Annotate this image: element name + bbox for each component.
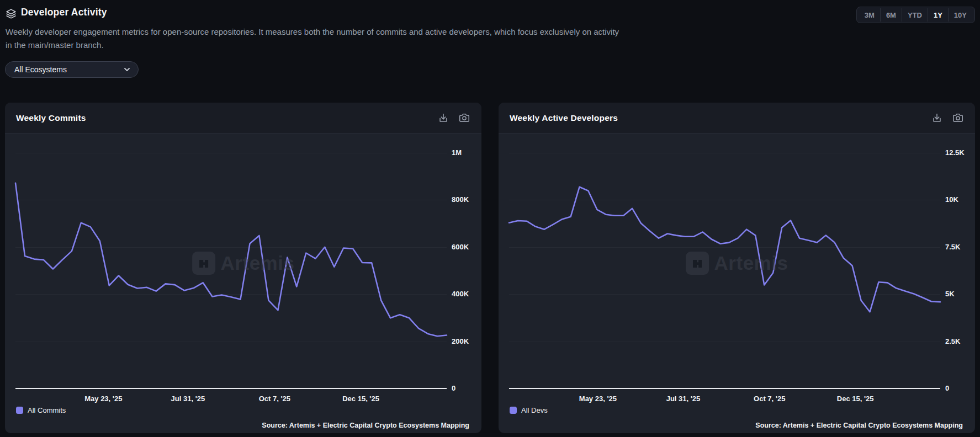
- y-axis-tick-label: 200K: [452, 337, 469, 346]
- ecosystem-dropdown-value: All Ecosystems: [14, 65, 123, 74]
- y-axis-tick-label: 800K: [452, 195, 469, 204]
- y-axis-tick-label: 10K: [945, 195, 958, 204]
- download-icon: [931, 112, 943, 124]
- chevron-down-icon: [123, 65, 131, 74]
- time-range-ytd[interactable]: YTD: [902, 8, 928, 22]
- x-axis-tick-label: Dec 15, '25: [837, 395, 874, 403]
- time-range-selector: 3M 6M YTD 1Y 10Y: [856, 7, 975, 23]
- x-axis-tick-label: Oct 7, '25: [754, 395, 785, 403]
- x-axis-tick-label: May 23, '25: [579, 395, 617, 403]
- x-axis-tick-label: May 23, '25: [84, 395, 122, 403]
- camera-icon: [952, 112, 964, 124]
- download-button[interactable]: [931, 112, 943, 124]
- download-icon: [437, 112, 449, 124]
- legend-swatch: [16, 407, 23, 414]
- x-axis-tick-label: Jul 31, '25: [666, 395, 701, 403]
- legend-label: All Devs: [521, 406, 548, 414]
- y-axis-tick-label: 0: [945, 384, 949, 393]
- legend-item[interactable]: All Devs: [510, 406, 548, 414]
- card-header: Weekly Commits: [5, 103, 481, 134]
- series-line: [15, 153, 447, 388]
- page-title: Developer Activity: [21, 7, 107, 18]
- x-axis-tick-label: Oct 7, '25: [259, 395, 290, 403]
- weekly-commits-card: Weekly Commits Artemis All Commits Sourc…: [5, 103, 481, 433]
- screenshot-button[interactable]: [952, 112, 964, 124]
- series-line: [509, 153, 940, 388]
- time-range-10y[interactable]: 10Y: [948, 8, 972, 22]
- y-axis-tick-label: 600K: [452, 243, 469, 252]
- download-button[interactable]: [437, 112, 449, 124]
- card-header: Weekly Active Developers: [499, 103, 975, 134]
- y-axis-tick-label: 0: [452, 384, 455, 393]
- screenshot-button[interactable]: [458, 112, 470, 124]
- y-axis-tick-label: 5K: [945, 290, 955, 299]
- time-range-3m[interactable]: 3M: [859, 8, 880, 22]
- x-axis-tick-label: Jul 31, '25: [171, 395, 205, 403]
- chart-title: Weekly Commits: [16, 113, 428, 123]
- source-note: Source: Artemis + Electric Capital Crypt…: [262, 422, 469, 429]
- legend-swatch: [510, 407, 517, 414]
- chart-title: Weekly Active Developers: [510, 113, 922, 123]
- page-description-line1: Weekly developer engagement metrics for …: [6, 27, 619, 36]
- y-axis-tick-label: 2.5K: [945, 337, 960, 346]
- time-range-1y[interactable]: 1Y: [928, 8, 948, 22]
- y-axis-tick-label: 400K: [452, 290, 469, 299]
- time-range-6m[interactable]: 6M: [880, 8, 902, 22]
- y-axis-tick-label: 7.5K: [945, 243, 960, 252]
- ecosystem-dropdown[interactable]: All Ecosystems: [5, 61, 139, 78]
- page-description-line2: in the main/master branch.: [6, 40, 104, 50]
- layers-icon: [6, 8, 17, 19]
- plot-area: [15, 153, 447, 388]
- plot-area: [509, 153, 940, 388]
- source-note: Source: Artemis + Electric Capital Crypt…: [755, 422, 963, 429]
- y-axis-tick-label: 1M: [452, 148, 462, 157]
- y-axis-tick-label: 12.5K: [945, 148, 965, 157]
- legend-item[interactable]: All Commits: [16, 406, 66, 414]
- legend-label: All Commits: [28, 406, 66, 414]
- camera-icon: [458, 112, 470, 124]
- x-axis-tick-label: Dec 15, '25: [342, 395, 379, 403]
- weekly-active-developers-card: Weekly Active Developers Artemis All Dev…: [499, 103, 975, 433]
